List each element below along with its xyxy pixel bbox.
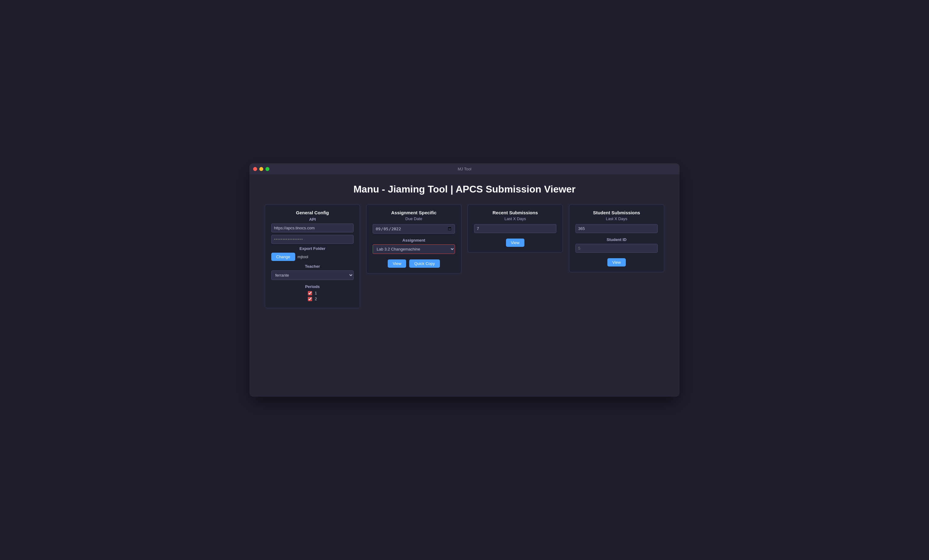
student-last-x-days-label: Last X Days bbox=[575, 216, 658, 221]
recent-view-btn-container: View bbox=[474, 239, 556, 247]
assignment-specific-panel: Assignment Specific Due Date Assignment … bbox=[366, 204, 461, 274]
recent-submissions-title: Recent Submissions bbox=[474, 210, 556, 215]
window-title: MJ Tool bbox=[458, 167, 472, 171]
folder-name: mjtool bbox=[298, 254, 308, 259]
student-submissions-title: Student Submissions bbox=[575, 210, 658, 215]
app-window: MJ Tool Manu - Jiaming Tool | APCS Submi… bbox=[250, 163, 679, 397]
quick-copy-button[interactable]: Quick Copy bbox=[409, 259, 440, 268]
title-bar: MJ Tool bbox=[250, 163, 679, 174]
recent-last-x-days-label: Last X Days bbox=[474, 216, 556, 221]
recent-days-input[interactable] bbox=[474, 224, 556, 233]
student-days-input[interactable] bbox=[575, 224, 658, 233]
due-date-label: Due Date bbox=[373, 216, 455, 221]
student-submissions-panel: Student Submissions Last X Days Student … bbox=[569, 204, 664, 272]
student-view-btn-container: View bbox=[575, 258, 658, 266]
period-item-2: 2 bbox=[271, 297, 354, 301]
assignment-specific-title: Assignment Specific bbox=[373, 210, 455, 215]
panels-container: General Config API Export Folder Change … bbox=[265, 204, 664, 308]
period-2-label: 2 bbox=[314, 297, 317, 301]
student-id-input[interactable] bbox=[575, 244, 658, 252]
assignment-buttons: View Quick Copy bbox=[373, 259, 455, 268]
page-title: Manu - Jiaming Tool | APCS Submission Vi… bbox=[265, 184, 664, 195]
traffic-lights bbox=[253, 167, 270, 171]
api-label: API bbox=[271, 217, 354, 222]
change-button[interactable]: Change bbox=[271, 252, 295, 261]
recent-submissions-panel: Recent Submissions Last X Days View bbox=[468, 204, 563, 252]
recent-view-button[interactable]: View bbox=[506, 239, 524, 247]
period-item-1: 1 bbox=[271, 291, 354, 295]
student-id-label: Student ID bbox=[575, 237, 658, 242]
close-button[interactable] bbox=[253, 167, 257, 171]
periods-section: 1 2 bbox=[271, 291, 354, 301]
maximize-button[interactable] bbox=[265, 167, 270, 171]
assignment-label: Assignment bbox=[373, 238, 455, 243]
student-view-button[interactable]: View bbox=[607, 258, 626, 266]
due-date-input[interactable] bbox=[373, 224, 455, 234]
minimize-button[interactable] bbox=[259, 167, 263, 171]
periods-label: Periods bbox=[271, 284, 354, 289]
period-2-checkbox[interactable] bbox=[308, 297, 312, 301]
assignment-select[interactable]: Lab 3.2 Changemachine bbox=[373, 244, 455, 254]
teacher-select[interactable]: ferrante bbox=[271, 271, 354, 280]
general-config-panel: General Config API Export Folder Change … bbox=[265, 204, 360, 308]
password-input[interactable] bbox=[271, 235, 354, 244]
teacher-label: Teacher bbox=[271, 264, 354, 269]
general-config-title: General Config bbox=[271, 210, 354, 215]
api-input[interactable] bbox=[271, 223, 354, 233]
main-content: Manu - Jiaming Tool | APCS Submission Vi… bbox=[250, 174, 679, 317]
assignment-view-button[interactable]: View bbox=[388, 259, 406, 268]
export-folder-row: Change mjtool bbox=[271, 252, 354, 261]
period-1-checkbox[interactable] bbox=[308, 291, 312, 295]
export-folder-label: Export Folder bbox=[271, 246, 354, 251]
period-1-label: 1 bbox=[314, 291, 317, 295]
